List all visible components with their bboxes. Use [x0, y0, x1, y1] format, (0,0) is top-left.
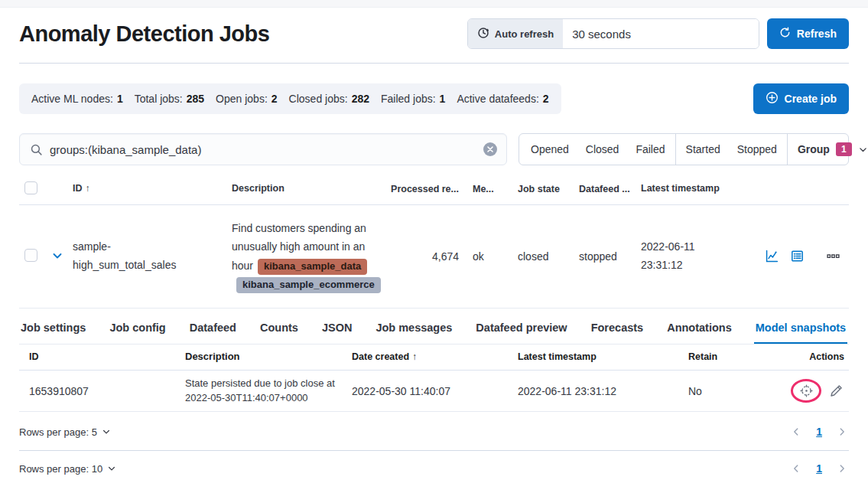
column-header-datafeed-state[interactable]: Datafeed ... — [579, 184, 641, 194]
filter-started[interactable]: Started — [678, 134, 729, 165]
sort-up-icon: ↑ — [86, 183, 90, 194]
column-header-snapshot-description[interactable]: Description — [185, 350, 352, 364]
filter-stopped[interactable]: Stopped — [729, 134, 785, 165]
tab-job-config[interactable]: Job config — [108, 322, 167, 344]
previous-page-button[interactable] — [789, 425, 803, 439]
job-detail-tabs: Job settings Job config Datafeed Counts … — [19, 322, 849, 344]
tab-job-messages[interactable]: Job messages — [374, 322, 454, 344]
tab-datafeed-preview[interactable]: Datafeed preview — [474, 322, 568, 344]
stats-row: Active ML nodes:1 Total jobs:285 Open jo… — [19, 83, 849, 114]
row-actions-menu-button[interactable] — [825, 248, 841, 264]
open-in-single-metric-viewer-button[interactable] — [764, 248, 780, 264]
refresh-button[interactable]: Refresh — [767, 18, 849, 49]
create-job-button[interactable]: Create job — [753, 83, 849, 114]
refresh-button-label: Refresh — [797, 28, 837, 40]
snapshots-rows-per-page-button[interactable]: Rows per page: 5 — [19, 426, 111, 438]
top-strip — [0, 0, 868, 8]
tab-forecasts[interactable]: Forecasts — [590, 322, 645, 344]
group-filter-label: Group — [798, 143, 830, 155]
auto-refresh-toggle[interactable]: Auto refresh — [468, 19, 563, 48]
close-icon — [487, 146, 493, 152]
column-header-latest-timestamp[interactable]: Latest timestamp — [641, 181, 733, 197]
auto-refresh-control: Auto refresh — [467, 18, 759, 49]
column-header-job-state[interactable]: Job state — [512, 184, 579, 194]
revert-snapshot-button[interactable] — [798, 383, 814, 399]
expand-row-button[interactable] — [50, 248, 65, 263]
jobs-search-input[interactable] — [50, 143, 483, 156]
sort-up-icon: ↑ — [412, 351, 417, 362]
snapshot-latest-timestamp: 2022-06-11 23:31:12 — [518, 385, 688, 397]
snapshots-page-1[interactable]: 1 — [810, 426, 828, 438]
column-header-snapshot-timestamp[interactable]: Latest timestamp — [518, 351, 688, 362]
refresh-icon — [779, 27, 791, 41]
jobs-page-1[interactable]: 1 — [810, 462, 828, 475]
job-row: sample-high_sum_total_sales Find custome… — [19, 205, 849, 309]
page-header: Anomaly Detection Jobs Auto refresh Refr… — [19, 18, 849, 49]
clear-search-button[interactable] — [483, 142, 497, 156]
search-row: Opened Closed Failed Started Stopped Gro… — [19, 133, 849, 165]
column-header-snapshot-id[interactable]: ID — [19, 351, 185, 362]
refresh-interval-input[interactable] — [563, 19, 759, 48]
pencil-icon — [830, 384, 843, 397]
page-title: Anomaly Detection Jobs — [19, 21, 269, 47]
column-header-description[interactable]: Description — [226, 181, 386, 198]
filter-group-dropdown[interactable]: Group 1 — [789, 134, 868, 165]
crosshair-icon — [800, 384, 813, 397]
stat-active-datafeeds: Active datafeeds:2 — [457, 93, 548, 105]
next-page-button[interactable] — [835, 462, 849, 475]
chevron-left-icon — [791, 426, 801, 437]
group-badge[interactable]: kibana_sample_ecommerce — [236, 277, 381, 293]
filter-failed[interactable]: Failed — [627, 134, 673, 165]
chevron-left-icon — [791, 463, 801, 474]
tab-json[interactable]: JSON — [320, 322, 354, 344]
tab-job-settings[interactable]: Job settings — [19, 322, 87, 344]
boxes-horizontal-icon — [827, 250, 840, 263]
chevron-right-icon — [837, 426, 847, 437]
filter-closed[interactable]: Closed — [577, 134, 628, 165]
snapshot-row: 1653910807 State persisted due to job cl… — [19, 371, 849, 413]
job-id: sample-high_sum_total_sales — [73, 238, 226, 275]
column-header-retain[interactable]: Retain — [688, 351, 788, 362]
job-datafeed-state: stopped — [579, 250, 641, 263]
open-in-anomaly-explorer-button[interactable] — [789, 248, 805, 264]
snapshot-id: 1653910807 — [19, 385, 185, 397]
column-header-memory-status[interactable]: Me... — [459, 184, 512, 194]
group-badge[interactable]: kibana_sample_data — [258, 259, 367, 275]
snapshots-page-nav: 1 — [789, 425, 849, 439]
tab-annotations[interactable]: Annotations — [665, 322, 733, 344]
section-divider — [19, 450, 849, 451]
chevron-right-icon — [837, 463, 847, 474]
tab-datafeed[interactable]: Datafeed — [188, 322, 238, 344]
rows-per-page-label: Rows per page: 10 — [19, 463, 102, 475]
highlight-annotation — [791, 379, 821, 403]
job-description: Find customers spending an unusually hig… — [226, 219, 386, 294]
column-header-date-created[interactable]: Date created↑ — [352, 351, 518, 362]
jobs-rows-per-page-button[interactable]: Rows per page: 10 — [19, 463, 116, 475]
snapshots-table-header: ID Description Date created↑ Latest time… — [19, 344, 849, 371]
stat-failed-jobs: Failed jobs:1 — [381, 93, 445, 105]
next-page-button[interactable] — [835, 425, 849, 439]
jobs-pagination: Rows per page: 10 1 — [19, 462, 849, 475]
rows-per-page-label: Rows per page: 5 — [19, 426, 97, 438]
edit-snapshot-button[interactable] — [828, 383, 844, 399]
tab-model-snapshots[interactable]: Model snapshots — [754, 322, 847, 344]
table-icon — [791, 250, 804, 263]
snapshot-retain: No — [688, 385, 788, 397]
select-all-checkbox[interactable] — [24, 181, 37, 194]
line-chart-icon — [766, 250, 779, 263]
column-header-id[interactable]: ID↑ — [73, 181, 226, 197]
snapshot-date-created: 2022-05-30 11:40:07 — [352, 385, 518, 397]
previous-page-button[interactable] — [789, 462, 803, 475]
page-content: Anomaly Detection Jobs Auto refresh Refr… — [0, 18, 868, 475]
model-snapshots-table: ID Description Date created↑ Latest time… — [19, 344, 849, 413]
tab-counts[interactable]: Counts — [258, 322, 300, 344]
search-box — [19, 133, 507, 165]
job-memory-status: ok — [459, 250, 512, 263]
stat-active-ml-nodes: Active ML nodes:1 — [31, 93, 123, 105]
column-header-processed-records[interactable]: Processed re... — [386, 184, 459, 194]
filter-opened[interactable]: Opened — [522, 134, 577, 165]
job-stats-bar: Active ML nodes:1 Total jobs:285 Open jo… — [19, 83, 561, 114]
row-checkbox[interactable] — [24, 249, 37, 262]
header-divider — [19, 63, 849, 64]
snapshots-pagination: Rows per page: 5 1 — [19, 425, 849, 439]
